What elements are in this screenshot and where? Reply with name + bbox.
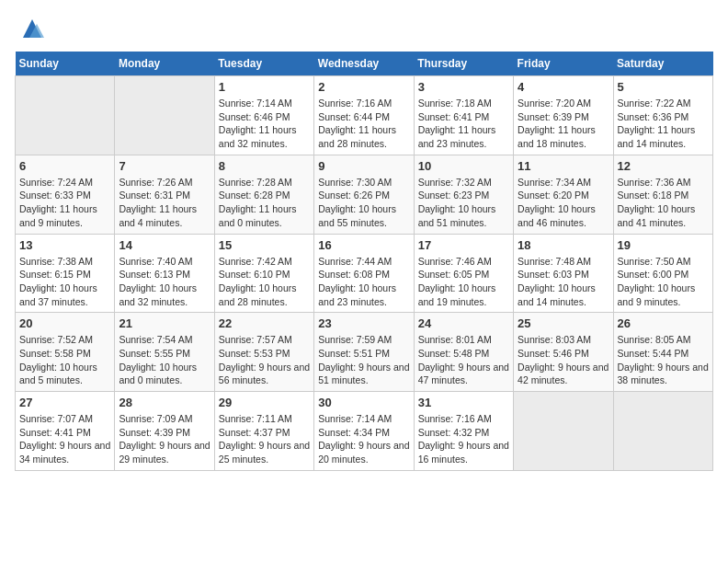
day-info: Sunrise: 7:48 AMSunset: 6:03 PMDaylight:… [518, 255, 609, 309]
calendar-week-row: 27Sunrise: 7:07 AMSunset: 4:41 PMDayligh… [16, 392, 713, 471]
calendar-cell: 9Sunrise: 7:30 AMSunset: 6:26 PMDaylight… [314, 155, 414, 234]
calendar-cell: 1Sunrise: 7:14 AMSunset: 6:46 PMDaylight… [214, 76, 313, 155]
day-info: Sunrise: 7:28 AMSunset: 6:28 PMDaylight:… [219, 176, 310, 230]
day-number: 1 [219, 80, 310, 94]
day-number: 18 [518, 238, 609, 252]
day-info: Sunrise: 7:46 AMSunset: 6:05 PMDaylight:… [418, 255, 509, 309]
calendar-cell: 19Sunrise: 7:50 AMSunset: 6:00 PMDayligh… [613, 234, 712, 313]
day-number: 7 [119, 159, 210, 173]
calendar-week-row: 13Sunrise: 7:38 AMSunset: 6:15 PMDayligh… [16, 234, 713, 313]
calendar-cell [16, 76, 115, 155]
day-info: Sunrise: 7:59 AMSunset: 5:51 PMDaylight:… [318, 333, 409, 387]
calendar-cell: 6Sunrise: 7:24 AMSunset: 6:33 PMDaylight… [16, 155, 115, 234]
calendar-cell: 29Sunrise: 7:11 AMSunset: 4:37 PMDayligh… [214, 392, 313, 471]
calendar-cell: 2Sunrise: 7:16 AMSunset: 6:44 PMDaylight… [314, 76, 414, 155]
calendar-cell: 13Sunrise: 7:38 AMSunset: 6:15 PMDayligh… [16, 234, 115, 313]
day-number: 19 [618, 238, 709, 252]
calendar-week-row: 1Sunrise: 7:14 AMSunset: 6:46 PMDaylight… [16, 76, 713, 155]
day-number: 20 [19, 316, 110, 330]
calendar-header-row: SundayMondayTuesdayWednesdayThursdayFrid… [16, 52, 713, 76]
day-number: 31 [418, 396, 509, 409]
day-info: Sunrise: 7:32 AMSunset: 6:23 PMDaylight:… [418, 176, 509, 230]
day-number: 16 [318, 238, 409, 252]
day-number: 23 [318, 316, 409, 330]
calendar-cell: 3Sunrise: 7:18 AMSunset: 6:41 PMDaylight… [414, 76, 513, 155]
calendar-cell: 14Sunrise: 7:40 AMSunset: 6:13 PMDayligh… [115, 234, 214, 313]
calendar-cell: 4Sunrise: 7:20 AMSunset: 6:39 PMDaylight… [514, 76, 613, 155]
day-number: 13 [19, 238, 110, 252]
day-number: 6 [19, 159, 110, 173]
calendar-cell: 12Sunrise: 7:36 AMSunset: 6:18 PMDayligh… [613, 155, 712, 234]
header-monday: Monday [115, 52, 214, 76]
day-info: Sunrise: 7:14 AMSunset: 6:46 PMDaylight:… [219, 97, 310, 151]
day-info: Sunrise: 8:01 AMSunset: 5:48 PMDaylight:… [418, 333, 509, 387]
day-number: 10 [418, 159, 509, 173]
calendar-cell [115, 76, 214, 155]
day-info: Sunrise: 8:05 AMSunset: 5:44 PMDaylight:… [618, 333, 709, 387]
calendar-cell: 20Sunrise: 7:52 AMSunset: 5:58 PMDayligh… [16, 313, 115, 392]
day-number: 11 [518, 159, 609, 173]
day-info: Sunrise: 7:11 AMSunset: 4:37 PMDaylight:… [219, 412, 310, 466]
day-info: Sunrise: 7:57 AMSunset: 5:53 PMDaylight:… [219, 333, 310, 387]
day-number: 25 [518, 316, 609, 330]
day-info: Sunrise: 7:14 AMSunset: 4:34 PMDaylight:… [318, 412, 409, 466]
calendar-cell: 22Sunrise: 7:57 AMSunset: 5:53 PMDayligh… [214, 313, 313, 392]
header-wednesday: Wednesday [314, 52, 414, 76]
day-info: Sunrise: 7:30 AMSunset: 6:26 PMDaylight:… [318, 176, 409, 230]
calendar-cell: 7Sunrise: 7:26 AMSunset: 6:31 PMDaylight… [115, 155, 214, 234]
day-info: Sunrise: 7:36 AMSunset: 6:18 PMDaylight:… [618, 176, 709, 230]
day-number: 8 [219, 159, 310, 173]
day-number: 30 [318, 396, 409, 409]
day-info: Sunrise: 7:16 AMSunset: 6:44 PMDaylight:… [318, 97, 409, 151]
day-info: Sunrise: 7:07 AMSunset: 4:41 PMDaylight:… [19, 412, 110, 466]
header-thursday: Thursday [414, 52, 513, 76]
day-number: 29 [219, 396, 310, 409]
calendar-cell: 26Sunrise: 8:05 AMSunset: 5:44 PMDayligh… [613, 313, 712, 392]
day-info: Sunrise: 8:03 AMSunset: 5:46 PMDaylight:… [518, 333, 609, 387]
day-number: 26 [618, 316, 709, 330]
day-info: Sunrise: 7:50 AMSunset: 6:00 PMDaylight:… [618, 255, 709, 309]
day-info: Sunrise: 7:54 AMSunset: 5:55 PMDaylight:… [119, 333, 210, 387]
day-number: 12 [618, 159, 709, 173]
calendar-cell: 18Sunrise: 7:48 AMSunset: 6:03 PMDayligh… [514, 234, 613, 313]
day-number: 2 [318, 80, 409, 94]
calendar-week-row: 20Sunrise: 7:52 AMSunset: 5:58 PMDayligh… [16, 313, 713, 392]
day-info: Sunrise: 7:16 AMSunset: 4:32 PMDaylight:… [418, 412, 509, 466]
day-number: 28 [119, 396, 210, 409]
day-number: 17 [418, 238, 509, 252]
day-number: 21 [119, 316, 210, 330]
day-number: 24 [418, 316, 509, 330]
calendar-cell: 30Sunrise: 7:14 AMSunset: 4:34 PMDayligh… [314, 392, 414, 471]
logo-icon [18, 15, 46, 42]
calendar-week-row: 6Sunrise: 7:24 AMSunset: 6:33 PMDaylight… [16, 155, 713, 234]
header-friday: Friday [514, 52, 613, 76]
day-info: Sunrise: 7:42 AMSunset: 6:10 PMDaylight:… [219, 255, 310, 309]
calendar-cell [514, 392, 613, 471]
day-number: 5 [618, 80, 709, 94]
calendar-table: SundayMondayTuesdayWednesdayThursdayFrid… [15, 52, 713, 471]
calendar-cell: 25Sunrise: 8:03 AMSunset: 5:46 PMDayligh… [514, 313, 613, 392]
calendar-cell: 21Sunrise: 7:54 AMSunset: 5:55 PMDayligh… [115, 313, 214, 392]
day-info: Sunrise: 7:44 AMSunset: 6:08 PMDaylight:… [318, 255, 409, 309]
calendar-cell [613, 392, 712, 471]
day-info: Sunrise: 7:40 AMSunset: 6:13 PMDaylight:… [119, 255, 210, 309]
day-number: 22 [219, 316, 310, 330]
day-number: 3 [418, 80, 509, 94]
calendar-cell: 15Sunrise: 7:42 AMSunset: 6:10 PMDayligh… [214, 234, 313, 313]
calendar-cell: 27Sunrise: 7:07 AMSunset: 4:41 PMDayligh… [16, 392, 115, 471]
header-sunday: Sunday [16, 52, 115, 76]
day-info: Sunrise: 7:20 AMSunset: 6:39 PMDaylight:… [518, 97, 609, 151]
calendar-cell: 23Sunrise: 7:59 AMSunset: 5:51 PMDayligh… [314, 313, 414, 392]
header-tuesday: Tuesday [214, 52, 313, 76]
logo [15, 15, 46, 42]
day-number: 9 [318, 159, 409, 173]
calendar-cell: 10Sunrise: 7:32 AMSunset: 6:23 PMDayligh… [414, 155, 513, 234]
day-number: 4 [518, 80, 609, 94]
calendar-cell: 11Sunrise: 7:34 AMSunset: 6:20 PMDayligh… [514, 155, 613, 234]
calendar-cell: 8Sunrise: 7:28 AMSunset: 6:28 PMDaylight… [214, 155, 313, 234]
day-number: 27 [19, 396, 110, 409]
day-info: Sunrise: 7:09 AMSunset: 4:39 PMDaylight:… [119, 412, 210, 466]
calendar-cell: 5Sunrise: 7:22 AMSunset: 6:36 PMDaylight… [613, 76, 712, 155]
calendar-cell: 16Sunrise: 7:44 AMSunset: 6:08 PMDayligh… [314, 234, 414, 313]
day-info: Sunrise: 7:18 AMSunset: 6:41 PMDaylight:… [418, 97, 509, 151]
